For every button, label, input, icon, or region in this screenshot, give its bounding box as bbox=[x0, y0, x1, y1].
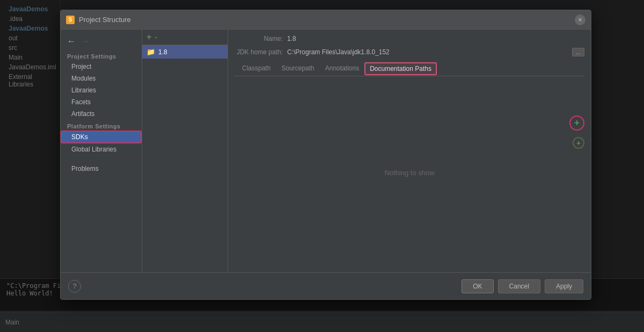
dialog-title-icon: S bbox=[66, 16, 75, 24]
cancel-button[interactable]: Cancel bbox=[498, 279, 540, 293]
dialog-titlebar: S Project Structure × bbox=[61, 10, 591, 30]
nav-item-project[interactable]: Project bbox=[61, 61, 142, 73]
tab-annotations[interactable]: Annotations bbox=[320, 62, 364, 76]
nav-item-problems[interactable]: Problems bbox=[61, 163, 142, 175]
jdk-browse-button[interactable]: ... bbox=[572, 48, 584, 56]
content-area: + - 📁 1.8 Name: 1.8 JDK home path: bbox=[142, 30, 591, 272]
sdk-add-button[interactable]: + bbox=[147, 33, 151, 41]
sdk-list-toolbar: + - bbox=[142, 30, 228, 45]
tabs-row: Classpath Sourcepath Annotations Documen… bbox=[235, 62, 584, 76]
project-structure-dialog: S Project Structure × ← → Project Settin… bbox=[60, 10, 591, 300]
dialog-title-text: Project Structure bbox=[79, 16, 575, 24]
sdk-list-area: + - 📁 1.8 bbox=[142, 30, 228, 272]
sdk-folder-icon: 📁 bbox=[147, 48, 155, 56]
jdk-path-row: JDK home path: C:\Program Files\Java\jdk… bbox=[235, 48, 584, 56]
nothing-to-show: Nothing to show bbox=[235, 78, 584, 267]
name-label: Name: bbox=[235, 35, 283, 42]
help-button[interactable]: ? bbox=[68, 280, 81, 293]
sdk-item-label: 1.8 bbox=[158, 48, 167, 56]
sdk-list-item-1.8[interactable]: 📁 1.8 bbox=[142, 45, 228, 59]
tab-classpath[interactable]: Classpath bbox=[237, 62, 276, 76]
ok-button[interactable]: OK bbox=[462, 279, 493, 293]
nav-panel: ← → Project Settings Project Modules Lib… bbox=[61, 30, 142, 272]
nav-item-artifacts[interactable]: Artifacts bbox=[61, 108, 142, 120]
nav-item-modules[interactable]: Modules bbox=[61, 73, 142, 84]
dialog-footer: ? OK Cancel Apply bbox=[61, 272, 591, 299]
tab-documentation-paths[interactable]: Documentation Paths bbox=[364, 62, 437, 75]
nav-item-sdks[interactable]: SDKs bbox=[61, 131, 142, 143]
nav-item-facets[interactable]: Facets bbox=[61, 96, 142, 108]
add-path-button-2[interactable]: + bbox=[573, 137, 584, 149]
apply-button[interactable]: Apply bbox=[545, 279, 583, 293]
detail-panel: Name: 1.8 JDK home path: C:\Program File… bbox=[228, 30, 591, 272]
project-settings-section-title: Project Settings bbox=[61, 50, 142, 61]
jdk-path-value: C:\Program Files\Java\jdk1.8.0_152 bbox=[287, 48, 568, 56]
name-value: 1.8 bbox=[287, 35, 584, 42]
nav-item-global-libraries[interactable]: Global Libraries bbox=[61, 143, 142, 155]
nav-back-button[interactable]: ← bbox=[66, 37, 77, 46]
tab-sourcepath[interactable]: Sourcepath bbox=[276, 62, 319, 76]
jdk-path-label: JDK home path: bbox=[235, 48, 283, 56]
name-row: Name: 1.8 bbox=[235, 35, 584, 42]
nav-forward-button[interactable]: → bbox=[80, 37, 91, 46]
sdk-remove-button[interactable]: - bbox=[155, 33, 157, 41]
dialog-close-button[interactable]: × bbox=[575, 15, 586, 25]
add-path-button[interactable]: + bbox=[569, 116, 584, 131]
platform-settings-section-title: Platform Settings bbox=[61, 120, 142, 131]
nav-item-libraries[interactable]: Libraries bbox=[61, 84, 142, 96]
dialog-body: ← → Project Settings Project Modules Lib… bbox=[61, 30, 591, 272]
nav-toolbar: ← → bbox=[61, 35, 142, 50]
